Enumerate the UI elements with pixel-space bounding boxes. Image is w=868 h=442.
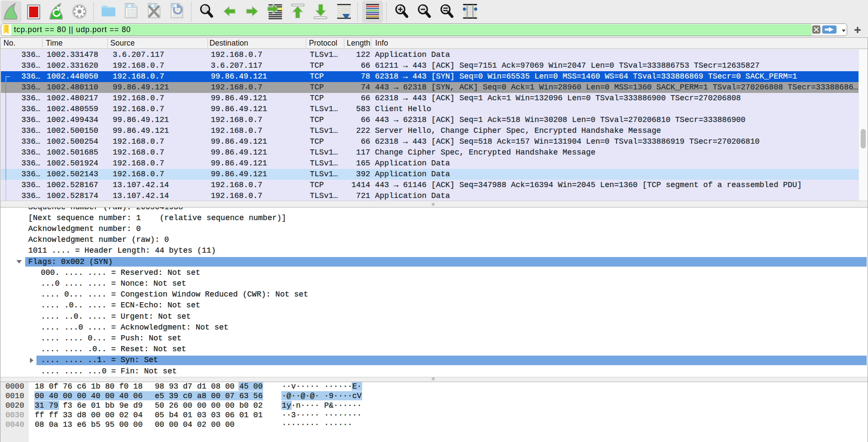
- svg-text:01110: 01110: [127, 14, 137, 18]
- svg-text:01110: 01110: [173, 14, 183, 18]
